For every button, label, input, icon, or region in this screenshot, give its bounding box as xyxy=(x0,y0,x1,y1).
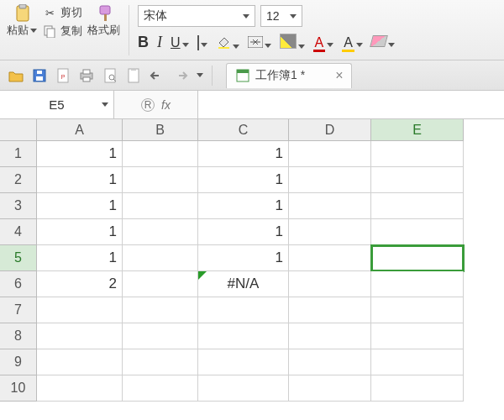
cell-C1[interactable]: 1 xyxy=(198,141,289,167)
fill-icon xyxy=(216,34,231,50)
cell-B7[interactable] xyxy=(123,297,198,323)
save-button[interactable] xyxy=(30,66,49,85)
select-all-corner[interactable] xyxy=(0,119,37,141)
cell-E6[interactable] xyxy=(371,271,464,297)
cell-A2[interactable]: 1 xyxy=(37,167,123,193)
cell-E10[interactable] xyxy=(371,375,464,402)
cell-A9[interactable] xyxy=(37,349,123,375)
column-header-E[interactable]: E xyxy=(371,119,464,141)
row-header-7[interactable]: 7 xyxy=(0,297,37,323)
redo-button[interactable] xyxy=(171,66,190,85)
paste-qat-button[interactable] xyxy=(124,66,143,85)
column-header-B[interactable]: B xyxy=(123,119,198,141)
row-header-6[interactable]: 6 xyxy=(0,271,37,297)
cell-C4[interactable]: 1 xyxy=(198,219,289,245)
cell-C6[interactable]: #N/A xyxy=(198,271,289,297)
formula-input[interactable] xyxy=(198,91,504,118)
open-button[interactable] xyxy=(7,66,25,85)
cell-D6[interactable] xyxy=(289,271,371,297)
row-header-3[interactable]: 3 xyxy=(0,193,37,219)
fx-button[interactable]: fx xyxy=(161,98,171,112)
cell-D4[interactable] xyxy=(289,219,371,245)
row-header-4[interactable]: 4 xyxy=(0,219,37,245)
fill-color-button[interactable] xyxy=(216,34,239,51)
cut-button[interactable]: ✂ 剪切 xyxy=(42,5,82,20)
document-tab[interactable]: 工作簿1 * × xyxy=(226,63,352,88)
column-header-C[interactable]: C xyxy=(198,119,289,141)
cell-B6[interactable] xyxy=(123,271,198,297)
trace-icon[interactable]: R xyxy=(141,98,155,112)
cell-D9[interactable] xyxy=(289,349,371,375)
copy-button[interactable]: 复制 xyxy=(42,24,82,39)
row-header-5[interactable]: 5 xyxy=(0,245,37,271)
print-preview-button[interactable] xyxy=(101,66,119,85)
clear-format-button[interactable] xyxy=(371,35,395,50)
row-header-8[interactable]: 8 xyxy=(0,323,37,349)
undo-button[interactable] xyxy=(148,66,166,85)
cell-B3[interactable] xyxy=(123,193,198,219)
row-header-1[interactable]: 1 xyxy=(0,141,37,167)
cell-B9[interactable] xyxy=(123,349,198,375)
print-button[interactable] xyxy=(77,66,96,85)
qat-more-button[interactable] xyxy=(197,73,203,77)
cell-A8[interactable] xyxy=(37,323,123,349)
format-painter-button[interactable]: 格式刷 xyxy=(87,6,120,38)
cell-E5[interactable] xyxy=(371,245,464,271)
cell-C5[interactable]: 1 xyxy=(198,245,289,271)
cell-B4[interactable] xyxy=(123,219,198,245)
italic-button[interactable]: I xyxy=(157,34,162,51)
cell-E3[interactable] xyxy=(371,193,464,219)
cell-E4[interactable] xyxy=(371,219,464,245)
border-button[interactable] xyxy=(197,36,207,50)
export-pdf-button[interactable]: P xyxy=(54,66,72,85)
close-tab-button[interactable]: × xyxy=(335,68,343,83)
cell-E8[interactable] xyxy=(371,323,464,349)
cell-D5[interactable] xyxy=(289,245,371,271)
cell-A5[interactable]: 1 xyxy=(37,245,123,271)
cell-A7[interactable] xyxy=(37,297,123,323)
cell-E2[interactable] xyxy=(371,167,464,193)
row-header-9[interactable]: 9 xyxy=(0,349,37,375)
underline-button[interactable]: U xyxy=(171,35,181,50)
cell-B8[interactable] xyxy=(123,323,198,349)
highlight-color-button[interactable]: A xyxy=(342,35,354,52)
cell-C10[interactable] xyxy=(198,375,289,402)
cell-D10[interactable] xyxy=(289,375,371,402)
paste-button[interactable]: 粘贴 xyxy=(7,6,37,38)
cell-C2[interactable]: 1 xyxy=(198,167,289,193)
cell-A10[interactable] xyxy=(37,375,123,402)
merge-button[interactable] xyxy=(248,34,271,50)
cell-A1[interactable]: 1 xyxy=(37,141,123,167)
cell-B10[interactable] xyxy=(123,375,198,402)
cell-D7[interactable] xyxy=(289,297,371,323)
cell-B5[interactable] xyxy=(123,245,198,271)
column-header-A[interactable]: A xyxy=(37,119,123,141)
cell-E7[interactable] xyxy=(371,297,464,323)
cell-D2[interactable] xyxy=(289,167,371,193)
font-name-select[interactable]: 宋体 xyxy=(138,5,255,27)
cell-D1[interactable] xyxy=(289,141,371,167)
cell-C8[interactable] xyxy=(198,323,289,349)
cell-A3[interactable]: 1 xyxy=(37,193,123,219)
cell-E1[interactable] xyxy=(371,141,464,167)
cell-A6[interactable]: 2 xyxy=(37,271,123,297)
cell-A4[interactable]: 1 xyxy=(37,219,123,245)
font-color-button[interactable]: A xyxy=(313,35,326,52)
spreadsheet-grid: 12345678910 ABCDE 11111111112#N/A xyxy=(0,119,504,402)
cell-B1[interactable] xyxy=(123,141,198,167)
highlight-button[interactable] xyxy=(280,34,305,51)
cell-C9[interactable] xyxy=(198,349,289,375)
name-box[interactable]: E5 xyxy=(0,91,114,118)
row-header-2[interactable]: 2 xyxy=(0,167,37,193)
cell-C3[interactable]: 1 xyxy=(198,193,289,219)
column-header-D[interactable]: D xyxy=(289,119,371,141)
cell-C7[interactable] xyxy=(198,297,289,323)
cell-D3[interactable] xyxy=(289,193,371,219)
font-size-select[interactable]: 12 xyxy=(260,5,302,27)
cell-E9[interactable] xyxy=(371,349,464,375)
cell-B2[interactable] xyxy=(123,167,198,193)
bold-button[interactable]: B xyxy=(138,34,149,51)
row-header-10[interactable]: 10 xyxy=(0,375,37,402)
cell-D8[interactable] xyxy=(289,323,371,349)
svg-rect-14 xyxy=(83,70,90,74)
